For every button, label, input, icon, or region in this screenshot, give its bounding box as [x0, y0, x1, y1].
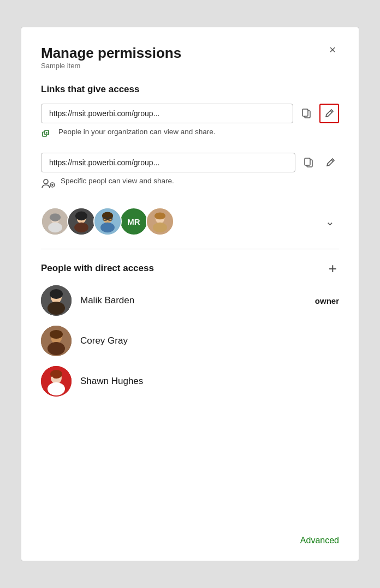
svg-point-33: [50, 289, 63, 299]
person-name-shawn: Shawn Hughes: [80, 376, 339, 387]
svg-point-17: [74, 223, 88, 232]
edit-icon: [324, 108, 335, 119]
svg-point-37: [50, 330, 63, 339]
link2-desc-text: Specific peopl can view and share.: [61, 177, 174, 185]
person-row-corey: Corey Gray: [41, 326, 339, 356]
panel-header: Manage permissions Sample item ×: [41, 45, 339, 82]
direct-access-title: People with direct access: [41, 263, 154, 274]
link2-description: Specific peopl can view and share.: [41, 177, 339, 191]
advanced-link[interactable]: Advanced: [300, 536, 339, 545]
edit-icon-2: [325, 157, 336, 168]
avatar-5-img: [147, 207, 173, 236]
shawn-avatar-img: [41, 366, 72, 397]
svg-point-4: [46, 132, 48, 134]
link1-desc-text: People in your organization can view and…: [58, 128, 215, 136]
svg-point-29: [155, 213, 165, 220]
avatar-1-img: [42, 207, 68, 236]
svg-point-21: [100, 223, 115, 232]
avatar-mr-initials: MR: [127, 217, 140, 226]
avatar-2-img: [68, 207, 94, 236]
avatar-mr: MR: [120, 207, 148, 236]
specific-people-icon: [41, 177, 55, 191]
svg-point-36: [48, 342, 65, 355]
svg-point-40: [48, 382, 65, 395]
avatars-row: MR ⌄: [41, 207, 339, 236]
svg-point-18: [75, 212, 87, 221]
link1-input[interactable]: [41, 104, 293, 123]
svg-point-13: [48, 223, 62, 232]
link1-edit-button[interactable]: [319, 104, 339, 123]
link1-copy-button[interactable]: [298, 105, 315, 122]
person-name-malik: Malik Barden: [80, 295, 306, 306]
avatar-malik: [41, 285, 72, 316]
manage-permissions-panel: Manage permissions Sample item × Links t…: [21, 27, 359, 561]
person-row-shawn: Shawn Hughes: [41, 366, 339, 397]
svg-point-7: [44, 179, 48, 184]
copy-icon-2: [303, 157, 314, 168]
link1-description: People in your organization can view and…: [41, 128, 339, 142]
link2-row: [41, 153, 339, 172]
person-name-corey: Corey Gray: [80, 335, 339, 346]
panel-subtitle: Sample item: [41, 62, 181, 70]
link1-row: [41, 104, 339, 123]
add-person-button[interactable]: +: [326, 261, 339, 275]
link2-copy-button[interactable]: [300, 154, 317, 171]
direct-access-header: People with direct access +: [41, 261, 339, 275]
section-divider: [41, 249, 339, 249]
copy-icon: [301, 108, 312, 119]
svg-point-28: [153, 223, 167, 232]
avatar-2: [67, 207, 96, 236]
link2-input[interactable]: [41, 153, 295, 172]
expand-avatars-button[interactable]: ⌄: [321, 213, 339, 230]
corey-avatar-img: [41, 326, 72, 356]
advanced-link-container: Advanced: [41, 527, 339, 545]
panel-title: Manage permissions: [41, 45, 181, 62]
malik-avatar-img: [41, 285, 72, 316]
person-role-malik: owner: [315, 296, 339, 305]
svg-rect-6: [305, 158, 310, 165]
org-icon: [41, 128, 53, 142]
link2-edit-button[interactable]: [322, 154, 339, 171]
avatar-shawn: [41, 366, 72, 397]
close-button[interactable]: ×: [326, 43, 339, 57]
avatar-1: [41, 207, 69, 236]
avatar-3-img: [94, 207, 121, 236]
svg-point-32: [48, 302, 65, 315]
avatar-corey: [41, 326, 72, 356]
avatar-5: [146, 207, 174, 236]
svg-rect-1: [302, 109, 308, 116]
title-group: Manage permissions Sample item: [41, 45, 181, 82]
links-section-title: Links that give access: [41, 84, 339, 95]
avatar-3: [93, 207, 122, 236]
person-row-malik: Malik Barden owner: [41, 285, 339, 316]
svg-point-14: [50, 213, 61, 221]
